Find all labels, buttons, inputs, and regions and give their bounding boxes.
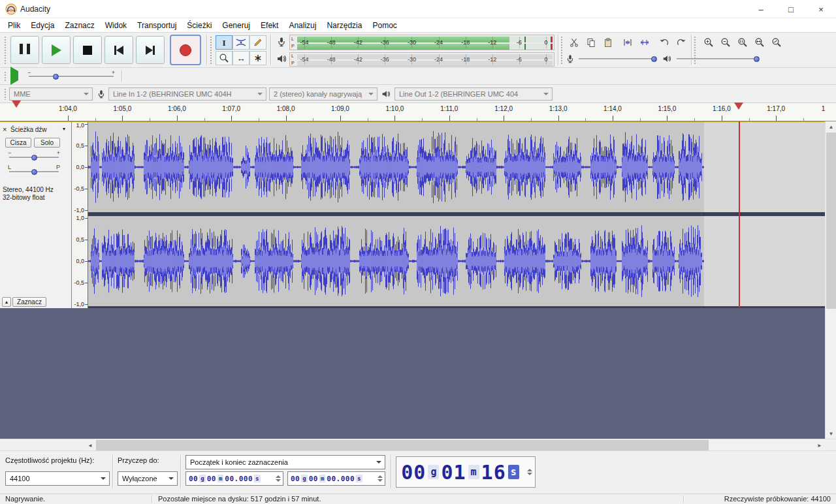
menu-item-plik[interactable]: Plik bbox=[3, 20, 25, 31]
menu-item-transportuj[interactable]: Transportuj bbox=[132, 20, 182, 31]
toolbar-grip[interactable] bbox=[3, 87, 7, 100]
zoom-fit-button[interactable] bbox=[751, 35, 768, 50]
menu-item-generuj[interactable]: Generuj bbox=[217, 20, 255, 31]
audio-host-dropdown[interactable]: MME bbox=[9, 87, 93, 101]
vertical-scroll-thumb[interactable] bbox=[826, 133, 836, 309]
empty-track-background[interactable] bbox=[0, 308, 825, 439]
scroll-left-button[interactable]: ◄ bbox=[85, 439, 95, 451]
scroll-right-button[interactable]: ► bbox=[814, 439, 825, 451]
vertical-scrollbar[interactable]: ▲ ▼ bbox=[825, 121, 836, 439]
redo-button[interactable] bbox=[673, 35, 690, 50]
track-name[interactable]: Ścieżka dźw bbox=[10, 126, 47, 133]
time-digits[interactable]: 16 bbox=[481, 461, 506, 484]
multi-tool-button[interactable]: ∗ bbox=[249, 51, 266, 65]
zoom-toggle-button[interactable] bbox=[768, 35, 785, 50]
playback-device-dropdown[interactable]: Line Out 1-2 (BEHRINGER UMC 404 bbox=[394, 87, 553, 101]
copy-button[interactable] bbox=[583, 35, 600, 50]
zoom-selection-button[interactable] bbox=[734, 35, 751, 50]
draw-tool-button[interactable] bbox=[249, 35, 266, 50]
time-digits[interactable]: 00.000 bbox=[225, 475, 253, 483]
collapse-track-button[interactable]: ▲ bbox=[2, 297, 11, 307]
timeline-scale[interactable]: 1:04,01:05,01:06,01:07,01:08,01:09,01:10… bbox=[56, 103, 825, 121]
menu-item-analizuj[interactable]: Analizuj bbox=[283, 20, 321, 31]
recording-device-dropdown[interactable]: Line In 1-2 (BEHRINGER UMC 404H bbox=[108, 87, 266, 101]
timeline-ruler[interactable]: 1:04,01:05,01:06,01:07,01:08,01:09,01:10… bbox=[0, 103, 836, 121]
mute-button[interactable]: Cisza bbox=[5, 138, 31, 148]
skip-to-start-button[interactable] bbox=[104, 36, 133, 64]
play-speed-slider[interactable]: − + bbox=[27, 72, 115, 81]
paste-button[interactable] bbox=[600, 35, 617, 50]
selection-tool-button[interactable]: I bbox=[216, 35, 233, 50]
time-digits[interactable]: 00 bbox=[291, 475, 300, 483]
track-close-button[interactable]: × bbox=[3, 125, 7, 133]
time-digits[interactable]: 00.000 bbox=[327, 475, 355, 483]
selection-range-mode-dropdown[interactable]: Początek i koniec zaznaczenia bbox=[185, 455, 385, 469]
toolbar-grip[interactable] bbox=[3, 35, 7, 65]
playback-meter[interactable]: L P -54-48-42-36-30-24-18-12-60 bbox=[289, 52, 555, 67]
menu-item-pomoc[interactable]: Pomoc bbox=[367, 20, 402, 31]
selection-start-time-field[interactable]: 00g00m00.000s bbox=[185, 471, 283, 486]
slider-thumb[interactable] bbox=[53, 74, 59, 80]
pinned-head-marker[interactable] bbox=[12, 108, 21, 117]
recording-volume-slider[interactable] bbox=[577, 54, 657, 64]
zoom-out-button[interactable] bbox=[717, 35, 734, 50]
cut-button[interactable] bbox=[566, 35, 583, 50]
trim-audio-button[interactable] bbox=[619, 35, 636, 50]
playback-volume-slider[interactable] bbox=[675, 54, 759, 64]
zoom-in-button[interactable] bbox=[700, 35, 717, 50]
maximize-button[interactable]: □ bbox=[776, 0, 806, 18]
slider-thumb[interactable] bbox=[31, 155, 37, 161]
silence-audio-button[interactable] bbox=[636, 35, 653, 50]
recording-meter[interactable]: L P -54-48-42-36-30-24-18-12-60 bbox=[289, 35, 555, 50]
scroll-down-button[interactable]: ▼ bbox=[826, 428, 836, 439]
select-track-button[interactable]: Zaznacz bbox=[12, 297, 46, 307]
gain-slider[interactable]: − + bbox=[8, 152, 60, 163]
track-menu-chevron-icon[interactable]: ▾ bbox=[63, 126, 65, 132]
play-button[interactable] bbox=[42, 36, 71, 64]
pan-slider[interactable]: L P bbox=[8, 166, 60, 177]
waveform-canvas[interactable] bbox=[88, 122, 825, 309]
envelope-tool-button[interactable] bbox=[233, 35, 249, 50]
spinner-icon[interactable] bbox=[276, 475, 281, 482]
menu-item-ścieżki[interactable]: Ścieżki bbox=[182, 20, 217, 31]
play-at-speed-button[interactable] bbox=[10, 71, 18, 80]
waveform-display[interactable] bbox=[88, 122, 825, 309]
stop-button[interactable] bbox=[73, 36, 102, 64]
slider-thumb[interactable] bbox=[31, 169, 37, 175]
spinner-icon[interactable] bbox=[378, 475, 383, 482]
horizontal-scroll-thumb[interactable] bbox=[96, 440, 709, 450]
toolbar-grip[interactable] bbox=[209, 35, 213, 65]
horizontal-scrollbar[interactable]: ◄ ► bbox=[85, 439, 825, 451]
undo-button[interactable] bbox=[656, 35, 673, 50]
menu-item-efekt[interactable]: Efekt bbox=[255, 20, 283, 31]
skip-to-end-button[interactable] bbox=[136, 36, 165, 64]
toolbar-grip[interactable] bbox=[560, 35, 564, 65]
pause-button[interactable] bbox=[10, 36, 39, 64]
project-rate-dropdown[interactable]: 44100 bbox=[5, 471, 110, 486]
spinner-icon[interactable] bbox=[527, 469, 532, 475]
snap-to-dropdown[interactable]: Wyłączone bbox=[118, 471, 178, 486]
time-digits[interactable]: 00 bbox=[189, 475, 198, 483]
close-button[interactable]: × bbox=[806, 0, 836, 18]
toolbar-grip[interactable] bbox=[3, 71, 7, 82]
menu-item-zaznacz[interactable]: Zaznacz bbox=[59, 20, 99, 31]
menu-item-edycja[interactable]: Edycja bbox=[25, 20, 59, 31]
menu-item-narzędzia[interactable]: Narzędzia bbox=[321, 20, 367, 31]
selection-end-time-field[interactable]: 00g00m00.000s bbox=[287, 471, 385, 486]
record-button[interactable] bbox=[170, 35, 201, 65]
time-digits[interactable]: 00 bbox=[207, 475, 216, 483]
slider-thumb[interactable] bbox=[754, 56, 760, 62]
solo-button[interactable]: Solo bbox=[34, 138, 60, 148]
time-digits[interactable]: 00 bbox=[401, 461, 426, 484]
time-digits[interactable]: 00 bbox=[309, 475, 318, 483]
track-control-panel[interactable]: × Ścieżka dźw ▾ Cisza Solo − + L P Stere… bbox=[0, 122, 72, 309]
time-digits[interactable]: 01 bbox=[441, 461, 466, 484]
zoom-tool-button[interactable] bbox=[216, 51, 233, 65]
time-shift-tool-button[interactable]: ↔ bbox=[233, 51, 249, 65]
menu-item-widok[interactable]: Widok bbox=[100, 20, 132, 31]
minimize-button[interactable]: – bbox=[746, 0, 776, 18]
slider-thumb[interactable] bbox=[651, 56, 657, 62]
audio-position-display[interactable]: 00g01m16s bbox=[396, 456, 536, 488]
vertical-ruler[interactable]: 1,00,50,0-0,5-1,01,00,50,0-0,5-1,0 bbox=[72, 122, 88, 309]
recording-channels-dropdown[interactable]: 2 (stereo) kanały nagrywają bbox=[269, 87, 378, 101]
